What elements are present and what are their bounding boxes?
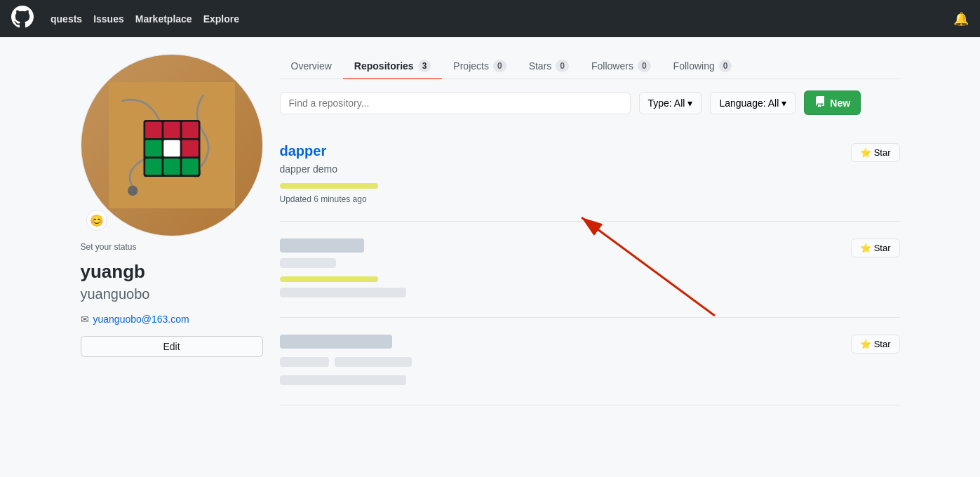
svg-point-1 (128, 186, 137, 196)
repo-item-2: ⭐ Star (280, 222, 900, 318)
tab-repositories[interactable]: Repositories 3 (343, 54, 443, 79)
nav-quests[interactable]: quests (51, 13, 82, 25)
nav-explore[interactable]: Explore (203, 13, 239, 25)
repo-meta-dapper: Updated 6 minutes ago (280, 194, 900, 204)
tab-following[interactable]: Following 0 (662, 54, 744, 79)
repo-item-3: ⭐ Star (280, 318, 900, 405)
nav-marketplace[interactable]: Marketplace (135, 13, 192, 25)
repo-name-dapper[interactable]: dapper (280, 143, 327, 159)
svg-rect-11 (163, 159, 180, 175)
display-name: yuangb (81, 260, 263, 283)
new-repo-button[interactable]: New (804, 90, 861, 115)
type-filter-button[interactable]: Type: All ▾ (639, 92, 702, 114)
set-status-link[interactable]: Set your status (81, 242, 263, 252)
repo-desc-blurred-2 (280, 258, 336, 268)
language-filter-button[interactable]: Language: All ▾ (710, 92, 796, 114)
username: yuanguobo (81, 286, 263, 302)
avatar-wrapper: 😊 (81, 54, 263, 236)
star-button-3[interactable]: ⭐ Star (851, 335, 900, 354)
status-emoji-badge[interactable]: 😊 (86, 210, 107, 231)
email-link[interactable]: yuanguobo@163.com (93, 314, 189, 325)
language-bar-2 (280, 276, 378, 282)
nav-issues[interactable]: Issues (93, 13, 124, 25)
star-button-2[interactable]: ⭐ Star (851, 238, 900, 257)
repo-name-blurred-2 (280, 238, 364, 253)
github-logo-icon (11, 6, 34, 32)
svg-rect-6 (182, 122, 198, 138)
star-icon: ⭐ (860, 147, 871, 158)
repo-icon (814, 96, 826, 109)
repo-desc-blurred-3a (280, 357, 329, 367)
notification-bell-icon[interactable]: 🔔 (953, 11, 969, 27)
repo-meta-blurred-2 (280, 288, 406, 297)
tabs-bar: Overview Repositories 3 Projects 0 Stars… (280, 54, 900, 79)
stars-count-badge: 0 (556, 60, 569, 72)
repo-item-dapper: dapper dapper demo Updated 6 minutes ago… (280, 126, 900, 222)
avatar-image (109, 82, 235, 208)
main-content: Overview Repositories 3 Projects 0 Stars… (280, 54, 900, 405)
svg-rect-7 (145, 140, 161, 156)
repo-desc-dapper: dapper demo (280, 163, 900, 175)
svg-rect-12 (182, 159, 198, 175)
tab-overview[interactable]: Overview (280, 54, 343, 79)
mail-icon: ✉ (81, 314, 89, 325)
chevron-down-icon: ▾ (781, 98, 786, 109)
repo-list: dapper dapper demo Updated 6 minutes ago… (280, 126, 900, 405)
top-nav: quests Issues Marketplace Explore 🔔 (0, 0, 980, 37)
language-bar-dapper (280, 183, 378, 189)
sidebar: 😊 Set your status yuangb yuanguobo ✉ yua… (81, 54, 263, 405)
svg-rect-4 (145, 122, 161, 138)
repo-name-blurred-3 (280, 335, 392, 349)
projects-count-badge: 0 (493, 60, 506, 72)
svg-rect-10 (145, 159, 161, 175)
svg-rect-5 (163, 122, 180, 138)
repo-count-badge: 3 (418, 60, 431, 72)
search-repo-input[interactable] (280, 92, 631, 114)
star-button-dapper[interactable]: ⭐ Star (851, 143, 900, 162)
tab-followers[interactable]: Followers 0 (580, 54, 662, 79)
following-count-badge: 0 (719, 60, 732, 72)
repo-meta-blurred-3 (280, 375, 406, 385)
followers-count-badge: 0 (638, 60, 651, 72)
svg-rect-9 (182, 140, 198, 156)
repo-updated-dapper: Updated 6 minutes ago (280, 194, 367, 204)
tab-stars[interactable]: Stars 0 (518, 54, 580, 79)
avatar (81, 54, 263, 236)
repo-toolbar: Type: All ▾ Language: All ▾ New (280, 90, 900, 115)
edit-profile-button[interactable]: Edit (81, 336, 263, 357)
chevron-down-icon: ▾ (687, 98, 692, 109)
email-row: ✉ yuanguobo@163.com (81, 314, 263, 325)
star-icon-3: ⭐ (860, 339, 871, 349)
tab-projects[interactable]: Projects 0 (442, 54, 517, 79)
star-icon-2: ⭐ (860, 243, 871, 253)
page-container: 😊 Set your status yuangb yuanguobo ✉ yua… (69, 54, 911, 405)
repo-desc-blurred-3b (335, 357, 412, 367)
svg-rect-8 (163, 140, 180, 156)
